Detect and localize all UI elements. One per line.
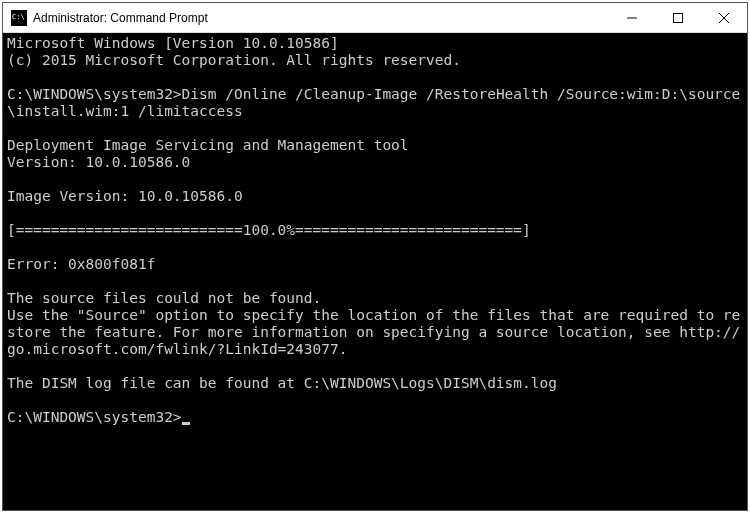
- error-msg-2: Use the "Source" option to specify the l…: [7, 307, 740, 357]
- minimize-button[interactable]: [609, 3, 655, 32]
- cursor: [182, 422, 190, 425]
- progress-bar: [==========================100.0%=======…: [7, 222, 531, 238]
- terminal-output[interactable]: Microsoft Windows [Version 10.0.10586] (…: [3, 33, 747, 510]
- command-prompt-window: Administrator: Command Prompt Microsoft …: [2, 2, 748, 511]
- prompt: C:\WINDOWS\system32>: [7, 409, 182, 425]
- copyright-line: (c) 2015 Microsoft Corporation. All righ…: [7, 52, 461, 68]
- close-button[interactable]: [701, 3, 747, 32]
- prompt: C:\WINDOWS\system32>: [7, 86, 182, 102]
- tool-name-line: Deployment Image Servicing and Managemen…: [7, 137, 409, 153]
- error-msg-1: The source files could not be found.: [7, 290, 321, 306]
- log-location-line: The DISM log file can be found at C:\WIN…: [7, 375, 557, 391]
- window-title: Administrator: Command Prompt: [33, 11, 609, 25]
- os-version-line: Microsoft Windows [Version 10.0.10586]: [7, 35, 339, 51]
- tool-version-line: Version: 10.0.10586.0: [7, 154, 190, 170]
- error-code-line: Error: 0x800f081f: [7, 256, 155, 272]
- maximize-button[interactable]: [655, 3, 701, 32]
- window-controls: [609, 3, 747, 32]
- titlebar[interactable]: Administrator: Command Prompt: [3, 3, 747, 33]
- image-version-line: Image Version: 10.0.10586.0: [7, 188, 243, 204]
- svg-rect-1: [674, 13, 683, 22]
- cmd-icon: [11, 10, 27, 26]
